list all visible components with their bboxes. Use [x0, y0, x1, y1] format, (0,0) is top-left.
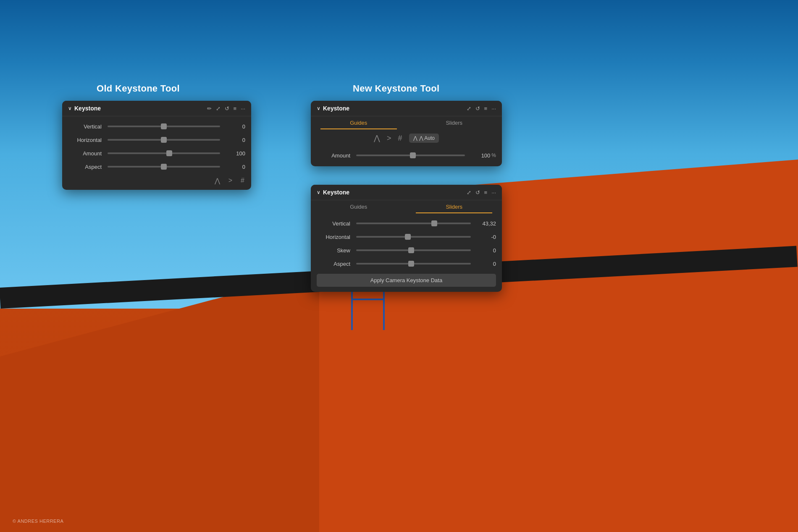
- new-bot-skew-label: Skew: [317, 247, 350, 254]
- new-bot-aspect-label: Aspect: [317, 261, 350, 267]
- new-bot-aspect-slider[interactable]: [356, 259, 471, 268]
- new-top-expand-icon[interactable]: ⤢: [467, 105, 471, 112]
- new-bot-skew-row: Skew 0: [311, 244, 502, 257]
- new-top-more-icon[interactable]: ···: [491, 105, 496, 112]
- new-bot-aspect-row: Aspect 0: [311, 257, 502, 270]
- old-vertical-icon[interactable]: ⋀: [215, 177, 220, 185]
- new-top-amount-slider[interactable]: [356, 151, 465, 160]
- tab-sliders-top[interactable]: Sliders: [407, 116, 502, 129]
- new-panel-title: New Keystone Tool: [353, 83, 439, 94]
- new-bot-vertical-label: Vertical: [317, 220, 350, 227]
- old-aspect-row: Aspect 0: [62, 160, 251, 173]
- old-amount-row: Amount 100: [62, 147, 251, 160]
- old-menu-icon[interactable]: ≡: [234, 105, 237, 112]
- new-top-panel-header-icons: ⤢ ↺ ≡ ···: [467, 105, 496, 112]
- old-expand-icon[interactable]: ⤢: [216, 105, 220, 112]
- new-bot-chevron-icon[interactable]: ∨: [317, 189, 320, 195]
- new-bot-tabs: Guides Sliders: [311, 200, 502, 213]
- tab-sliders-bot[interactable]: Sliders: [407, 200, 502, 213]
- old-vertical-slider[interactable]: [108, 122, 220, 131]
- new-top-tabs: Guides Sliders: [311, 116, 502, 129]
- old-grid-icon[interactable]: #: [241, 177, 244, 185]
- apply-camera-keystone-button[interactable]: Apply Camera Keystone Data: [317, 274, 496, 287]
- old-panel-header: ∨ Keystone ✏ ⤢ ↺ ≡ ···: [62, 101, 251, 116]
- new-bot-reset-icon[interactable]: ↺: [475, 189, 480, 196]
- new-top-chevron-icon[interactable]: ∨: [317, 105, 320, 111]
- new-top-amount-value: 100: [469, 152, 490, 159]
- tab-guides-top[interactable]: Guides: [311, 116, 407, 129]
- old-horizontal-value: 0: [224, 137, 245, 143]
- old-vertical-value: 0: [224, 123, 245, 130]
- auto-icon: ⋀: [413, 135, 417, 141]
- old-horizontal-icon[interactable]: >: [228, 177, 232, 185]
- new-top-vert-icon[interactable]: ⋀: [374, 134, 380, 143]
- new-keystone-panel-top: ∨ Keystone ⤢ ↺ ≡ ··· Guides Sliders ⋀ > …: [311, 101, 502, 166]
- new-bot-vertical-row: Vertical 43,32: [311, 217, 502, 230]
- new-bot-panel-header-title: Keystone: [323, 189, 467, 196]
- new-top-horiz-icon[interactable]: >: [387, 134, 391, 143]
- new-bot-aspect-value: 0: [475, 261, 496, 267]
- new-top-menu-icon[interactable]: ≡: [484, 105, 488, 112]
- new-bot-horizontal-row: Horizontal -0: [311, 230, 502, 244]
- new-bot-horizontal-slider[interactable]: [356, 233, 471, 241]
- new-top-amount-label: Amount: [317, 152, 350, 159]
- new-bot-menu-icon[interactable]: ≡: [484, 189, 488, 196]
- old-aspect-value: 0: [224, 164, 245, 170]
- new-top-reset-icon[interactable]: ↺: [475, 105, 480, 112]
- new-top-panel-header: ∨ Keystone ⤢ ↺ ≡ ···: [311, 101, 502, 116]
- old-panel-header-title: Keystone: [74, 105, 207, 112]
- new-bot-vertical-slider[interactable]: [356, 219, 471, 228]
- old-reset-icon[interactable]: ↺: [225, 105, 229, 112]
- old-horizontal-slider[interactable]: [108, 136, 220, 144]
- copyright: © ANDRES HERRERA: [13, 519, 63, 524]
- new-top-amount-unit: %: [491, 152, 496, 158]
- new-bot-skew-slider[interactable]: [356, 246, 471, 254]
- new-bot-expand-icon[interactable]: ⤢: [467, 189, 471, 196]
- new-bot-panel-header-icons: ⤢ ↺ ≡ ···: [467, 189, 496, 196]
- new-top-grid-icon[interactable]: #: [398, 134, 402, 143]
- old-vertical-label: Vertical: [68, 123, 102, 130]
- old-bottom-icons: ⋀ > #: [62, 173, 251, 190]
- old-horizontal-row: Horizontal 0: [62, 133, 251, 147]
- new-bot-horizontal-value: -0: [475, 234, 496, 240]
- new-keystone-panel-bottom: ∨ Keystone ⤢ ↺ ≡ ··· Guides Sliders Vert…: [311, 185, 502, 292]
- new-top-auto-btn[interactable]: ⋀ ⋀ Auto: [409, 134, 439, 143]
- old-keystone-panel: ∨ Keystone ✏ ⤢ ↺ ≡ ··· Vertical 0 Horizo…: [62, 101, 251, 190]
- new-bot-skew-value: 0: [475, 247, 496, 254]
- old-edit-icon[interactable]: ✏: [207, 105, 212, 112]
- old-aspect-label: Aspect: [68, 164, 102, 170]
- old-chevron-icon[interactable]: ∨: [68, 105, 72, 111]
- old-panel-title: Old Keystone Tool: [97, 83, 180, 94]
- old-amount-slider[interactable]: [108, 149, 220, 157]
- old-aspect-slider[interactable]: [108, 162, 220, 171]
- old-vertical-row: Vertical 0: [62, 120, 251, 133]
- tab-guides-bot[interactable]: Guides: [311, 200, 407, 213]
- old-panel-header-icons: ✏ ⤢ ↺ ≡ ···: [207, 105, 245, 112]
- old-amount-label: Amount: [68, 150, 102, 157]
- old-amount-value: 100: [224, 150, 245, 157]
- new-top-amount-row: Amount 100 %: [311, 149, 502, 162]
- new-top-panel-header-title: Keystone: [323, 105, 467, 112]
- new-bot-more-icon[interactable]: ···: [491, 189, 496, 196]
- new-top-mode-row: ⋀ > # ⋀ ⋀ Auto: [311, 129, 502, 147]
- new-bot-vertical-value: 43,32: [475, 220, 496, 227]
- old-more-icon[interactable]: ···: [241, 105, 245, 112]
- new-bot-horizontal-label: Horizontal: [317, 234, 350, 240]
- old-horizontal-label: Horizontal: [68, 137, 102, 143]
- new-bot-panel-header: ∨ Keystone ⤢ ↺ ≡ ···: [311, 185, 502, 200]
